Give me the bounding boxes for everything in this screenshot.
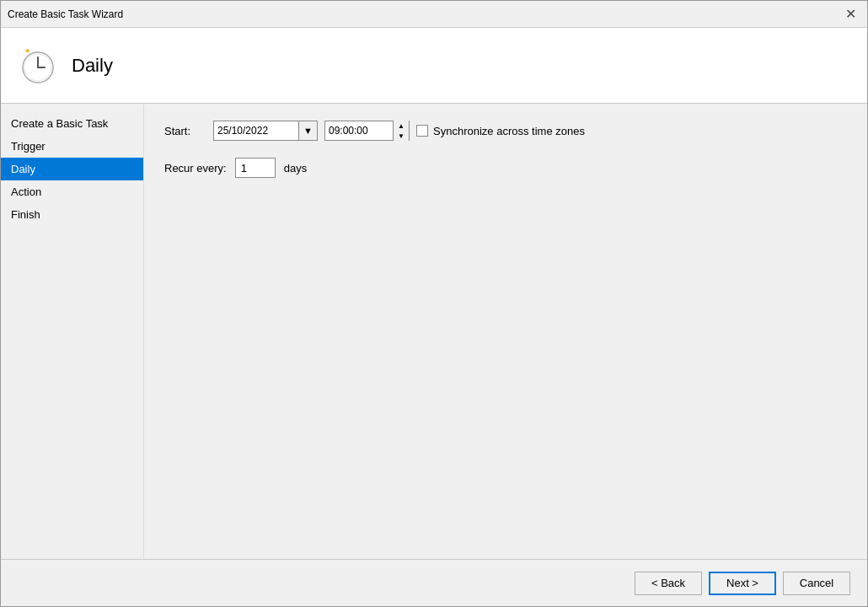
time-input[interactable] (325, 123, 393, 138)
footer: < Back Next > Cancel (1, 559, 867, 606)
header-section: Daily (1, 28, 867, 104)
sidebar-item-finish[interactable]: Finish (1, 203, 143, 226)
sync-checkbox-container[interactable]: Synchronize across time zones (416, 125, 585, 137)
sidebar-item-trigger[interactable]: Trigger (1, 135, 143, 158)
date-input-wrapper: ▼ (213, 121, 318, 141)
cancel-button[interactable]: Cancel (783, 572, 850, 595)
back-button[interactable]: < Back (635, 572, 702, 595)
time-input-wrapper: ▲ ▼ (324, 121, 410, 141)
dialog-window: Create Basic Task Wizard ✕ Daily Create … (0, 0, 868, 607)
close-button[interactable]: ✕ (840, 4, 860, 24)
main-panel: Start: ▼ ▲ ▼ Synchronize a (144, 104, 867, 559)
page-title: Daily (72, 55, 113, 77)
sidebar-item-daily[interactable]: Daily (1, 158, 143, 180)
sync-label: Synchronize across time zones (433, 125, 585, 137)
time-spinner: ▲ ▼ (393, 121, 409, 141)
recur-input[interactable] (235, 158, 276, 178)
sidebar-item-create-basic-task[interactable]: Create a Basic Task (1, 112, 143, 135)
sidebar-item-action[interactable]: Action (1, 180, 143, 203)
title-bar: Create Basic Task Wizard ✕ (1, 1, 867, 28)
svg-marker-4 (25, 49, 29, 52)
time-spin-up[interactable]: ▲ (394, 121, 409, 131)
date-input[interactable] (214, 123, 298, 138)
next-button[interactable]: Next > (709, 572, 776, 595)
sidebar: Create a Basic Task Trigger Daily Action… (1, 104, 144, 559)
window-title: Create Basic Task Wizard (8, 8, 123, 20)
content-area: Create a Basic Task Trigger Daily Action… (1, 104, 867, 559)
sync-checkbox[interactable] (416, 125, 428, 137)
task-scheduler-icon (18, 46, 58, 86)
days-label: days (284, 162, 307, 175)
time-spin-down[interactable]: ▼ (394, 131, 409, 141)
recur-label: Recur every: (164, 162, 227, 175)
calendar-button[interactable]: ▼ (298, 121, 317, 140)
recur-row: Recur every: days (164, 158, 847, 178)
start-label: Start: (164, 125, 206, 137)
start-row: Start: ▼ ▲ ▼ Synchronize a (164, 121, 847, 141)
